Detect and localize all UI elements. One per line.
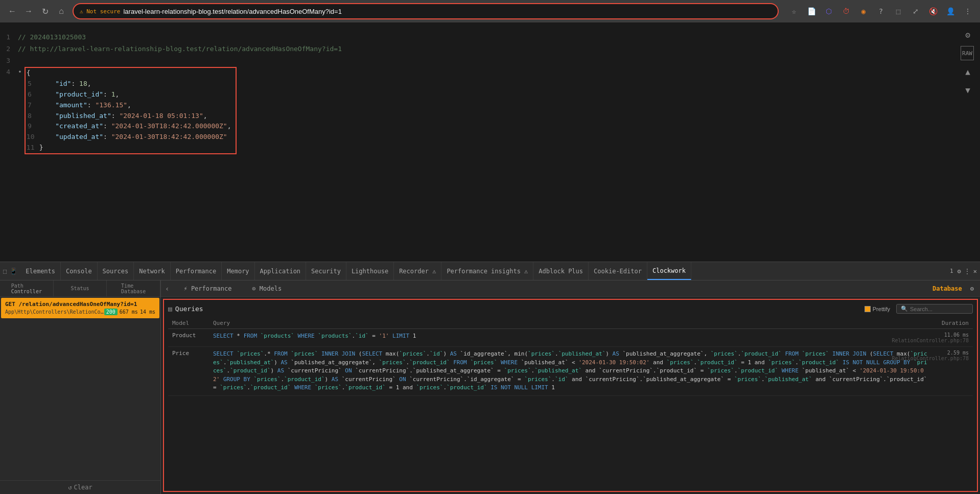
tab-clockwork[interactable]: Clockwork	[647, 262, 691, 280]
query-row: Product SELECT * FROM `products` WHERE `…	[168, 329, 973, 347]
tab-console[interactable]: Console	[61, 262, 98, 280]
code-line-11: 11 }	[27, 143, 231, 153]
reader-icon[interactable]: 📄	[804, 4, 819, 18]
sidebar-header: Path Controller Status Time Database	[0, 280, 160, 297]
status-badge: 200	[104, 309, 118, 315]
code-line-2: 2 // http://laravel-learn-relationship-b…	[0, 43, 980, 55]
subnav-items: ⚡ Performance ⊙ Models	[173, 280, 926, 296]
subnav-performance[interactable]: ⚡ Performance	[173, 280, 242, 296]
raw-icon[interactable]: RAW	[961, 46, 974, 60]
mute-icon[interactable]: 🔇	[926, 4, 940, 18]
query-col-right-price: 2.59 ms RelationController.php:78	[928, 350, 969, 361]
query-model-price: Price	[172, 350, 213, 357]
request-stats: 200 667 ms 14 ms	[104, 309, 155, 315]
query-row: Price SELECT `prices`.* FROM `prices` IN…	[168, 347, 973, 396]
code-line-3: 3	[0, 55, 980, 67]
search-input[interactable]	[910, 306, 961, 312]
request-list-item[interactable]: GET /relation/advancedHasOneOfMany?id=1 …	[1, 298, 159, 318]
tab-recorder[interactable]: Recorder ⚠	[394, 262, 441, 280]
devtools-main: ‹ ⚡ Performance ⊙ Models Database ⚙	[161, 280, 980, 494]
main-content: 1 // 20240131025003 2 // http://laravel-…	[0, 22, 980, 262]
code-line-8: 8 "published_at": "2024-01-18 05:01:13",	[27, 111, 231, 122]
home-button[interactable]: ⌂	[54, 4, 68, 18]
inspect-icon[interactable]: ⬚	[2, 267, 8, 276]
devtools-more-icon[interactable]: ⋮	[963, 267, 971, 276]
prettify-checkbox	[865, 306, 871, 312]
scroll-down-icon[interactable]: ▼	[961, 83, 975, 97]
puzzle-icon[interactable]: ?	[874, 4, 888, 18]
devtools-close-icon[interactable]: ✕	[972, 267, 978, 276]
devtools-sidebar: Path Controller Status Time Database GET…	[0, 280, 161, 494]
tab-elements[interactable]: Elements	[20, 262, 61, 280]
subnav-right: Database ⚙	[926, 284, 980, 293]
code-line-4: 4 • { 5 "id": 18, 6 "product_id": 1,	[0, 66, 980, 154]
security-icon: ⚠ Not secure	[80, 8, 120, 15]
db-title: ▤ Queries	[168, 305, 203, 313]
code-line-10: 10 "updated_at": "2024-01-30T18:42:42.00…	[27, 132, 231, 143]
device-icon[interactable]: 📱	[9, 267, 18, 276]
menu-icon[interactable]: ⋮	[961, 4, 975, 18]
query-duration-product: 11.06 ms	[944, 332, 969, 338]
query-text-price: SELECT `prices`.* FROM `prices` INNER JO…	[213, 350, 928, 392]
toolbar-icons: ☆ 📄 ⬡ ⏱ ◉ ? ⬚ ⤢ 🔇 👤 ⋮	[787, 4, 975, 18]
browser-chrome: ← → ↻ ⌂ ⚠ Not secure ☆ 📄 ⬡ ⏱ ◉ ? ⬚ ⤢ 🔇 👤…	[0, 0, 980, 22]
tab-lighthouse[interactable]: Lighthouse	[346, 262, 394, 280]
subnav-toggle[interactable]: ‹	[161, 285, 173, 293]
tab-network[interactable]: Network	[134, 262, 171, 280]
devtools-icons-group: ⬚ 📱	[0, 262, 20, 280]
nav-buttons: ← → ↻ ⌂	[5, 4, 68, 18]
badge-1: 1	[948, 268, 955, 274]
request-controller: App\Http\Controllers\RelationController@…	[5, 309, 104, 315]
clockwork-icon[interactable]: ⏱	[839, 4, 853, 18]
code-line-6: 6 "product_id": 1,	[27, 89, 231, 100]
query-text-product: SELECT * FROM `products` WHERE `products…	[213, 332, 928, 341]
tab-performance[interactable]: Performance	[171, 262, 222, 280]
query-source-price: RelationController.php:78	[892, 356, 969, 361]
devtools-tab-bar: ⬚ 📱 Elements Console Sources Network Per…	[0, 262, 980, 280]
search-icon: 🔍	[901, 305, 908, 312]
bookmark-icon[interactable]: ☆	[787, 4, 801, 18]
sidebar-path-header: Path Controller	[0, 280, 54, 296]
address-bar-container: ⚠ Not secure	[73, 3, 779, 19]
db-icon: ▤	[168, 305, 172, 313]
clear-button[interactable]: ↺ Clear	[68, 484, 92, 491]
db-header: ▤ Queries Prettify 🔍	[168, 304, 973, 314]
queries-header: Model Query Duration	[168, 318, 973, 329]
tab-sources[interactable]: Sources	[98, 262, 134, 280]
tab-performance-insights[interactable]: Performance insights ⚠	[441, 262, 533, 280]
settings-gear-icon[interactable]: ⚙	[961, 28, 975, 42]
tab-memory[interactable]: Memory	[222, 262, 254, 280]
extensions-icon[interactable]: ⬡	[822, 4, 836, 18]
devtools-right-icons: 1 ⚙ ⋮ ✕	[946, 262, 980, 280]
query-source-product: RelationController.php:78	[892, 338, 969, 343]
scroll-up-icon[interactable]: ▲	[961, 64, 975, 79]
subnav-settings-icon[interactable]: ⚙	[968, 284, 976, 293]
colorful-icon[interactable]: ◉	[856, 4, 871, 18]
reload-button[interactable]: ↻	[38, 4, 52, 18]
forward-button[interactable]: →	[21, 4, 36, 18]
sidebar-toggle-icon[interactable]: ⬚	[891, 4, 905, 18]
prettify-button[interactable]: Prettify	[862, 305, 892, 313]
request-meta: App\Http\Controllers\RelationController@…	[5, 309, 155, 315]
request-db-time: 14 ms	[140, 309, 155, 315]
devtools-settings-icon[interactable]: ⚙	[956, 267, 962, 276]
sidebar-time-header: Time Database	[107, 280, 160, 296]
code-line-7: 7 "amount": "136.15",	[27, 100, 231, 111]
code-line-5: 5 "id": 18,	[27, 79, 231, 89]
tab-adblock[interactable]: Adblock Plus	[533, 262, 589, 280]
subnav-database[interactable]: Database	[930, 284, 964, 293]
tab-security[interactable]: Security	[306, 262, 346, 280]
queries-table: Model Query Duration Product SELECT * FR…	[168, 318, 973, 396]
tab-application[interactable]: Application	[255, 262, 306, 280]
profile-icon[interactable]: 👤	[943, 4, 958, 18]
zoom-icon[interactable]: ⤢	[908, 4, 923, 18]
subnav-models[interactable]: ⊙ Models	[242, 280, 292, 296]
code-line-1: 1 // 20240131025003	[0, 32, 980, 43]
back-button[interactable]: ←	[5, 4, 19, 18]
devtools-panel: ⬚ 📱 Elements Console Sources Network Per…	[0, 262, 980, 494]
sidebar-footer: ↺ Clear	[0, 480, 160, 494]
top-right-icons: ⚙ RAW ▲ ▼	[961, 28, 975, 97]
search-box[interactable]: 🔍	[896, 304, 973, 314]
tab-cookie-editor[interactable]: Cookie-Editor	[589, 262, 647, 280]
address-bar[interactable]	[123, 8, 772, 15]
